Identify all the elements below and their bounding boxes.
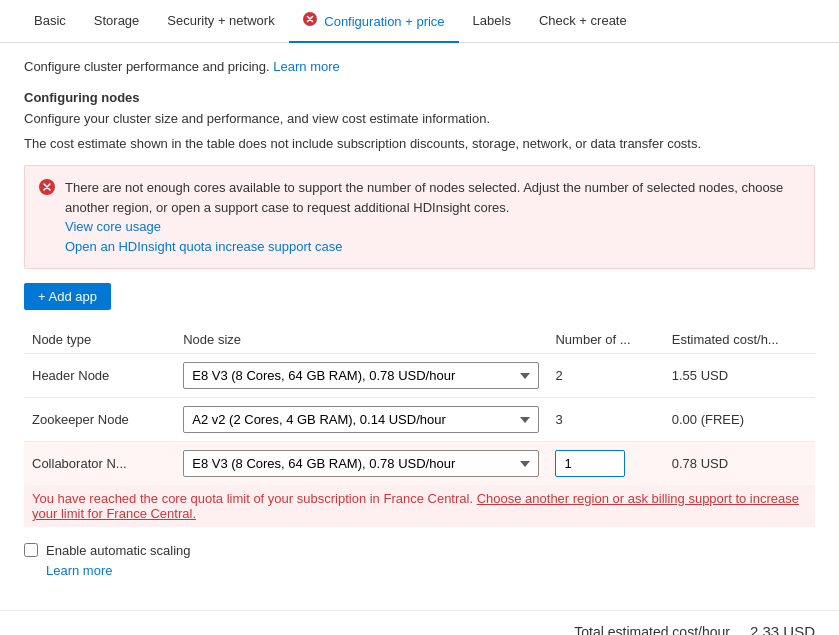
total-cost-value: 2.33 USD bbox=[750, 623, 815, 635]
error-banner-icon bbox=[39, 179, 55, 198]
node-cost-cell: 0.00 (FREE) bbox=[664, 398, 815, 442]
col-header-cost: Estimated cost/h... bbox=[664, 326, 815, 354]
node-size-cell: E8 V3 (8 Cores, 64 GB RAM), 0.78 USD/hou… bbox=[175, 442, 547, 486]
node-type-cell: Header Node bbox=[24, 354, 175, 398]
node-cost-cell: 1.55 USD bbox=[664, 354, 815, 398]
footer: Total estimated cost/hour 2.33 USD bbox=[0, 610, 839, 635]
section-desc2: The cost estimate shown in the table doe… bbox=[24, 136, 815, 151]
node-number-cell: 3 bbox=[547, 398, 663, 442]
learn-more-link[interactable]: Learn more bbox=[273, 59, 339, 74]
auto-scaling-row: Enable automatic scaling Learn more bbox=[24, 541, 815, 580]
hdinsight-quota-link[interactable]: Open an HDInsight quota increase support… bbox=[65, 237, 800, 257]
add-app-button[interactable]: + Add app bbox=[24, 283, 111, 310]
header-node-size-select[interactable]: E8 V3 (8 Cores, 64 GB RAM), 0.78 USD/hou… bbox=[183, 362, 539, 389]
col-header-nodetype: Node type bbox=[24, 326, 175, 354]
node-type-cell: Collaborator N... bbox=[24, 442, 175, 486]
tab-navigation: Basic Storage Security + network Configu… bbox=[0, 0, 839, 43]
node-type-cell: Zookeeper Node bbox=[24, 398, 175, 442]
error-banner-body: There are not enough cores available to … bbox=[65, 178, 800, 256]
tab-check-create[interactable]: Check + create bbox=[525, 1, 641, 42]
node-size-cell: A2 v2 (2 Cores, 4 GB RAM), 0.14 USD/hour bbox=[175, 398, 547, 442]
zookeeper-node-size-select[interactable]: A2 v2 (2 Cores, 4 GB RAM), 0.14 USD/hour bbox=[183, 406, 539, 433]
node-cost-cell: 0.78 USD bbox=[664, 442, 815, 486]
tab-storage[interactable]: Storage bbox=[80, 1, 154, 42]
collaborator-number-input[interactable] bbox=[555, 450, 625, 477]
section-desc1: Configure your cluster size and performa… bbox=[24, 111, 815, 126]
main-content: Configure cluster performance and pricin… bbox=[0, 43, 839, 610]
col-header-number: Number of ... bbox=[547, 326, 663, 354]
tab-configuration-price-label: Configuration + price bbox=[324, 14, 444, 29]
table-row: Header Node E8 V3 (8 Cores, 64 GB RAM), … bbox=[24, 354, 815, 398]
tab-basic[interactable]: Basic bbox=[20, 1, 80, 42]
node-table: Node type Node size Number of ... Estima… bbox=[24, 326, 815, 485]
tab-labels[interactable]: Labels bbox=[459, 1, 525, 42]
tab-security-network[interactable]: Security + network bbox=[153, 1, 288, 42]
auto-scaling-learn-more[interactable]: Learn more bbox=[46, 563, 112, 578]
total-cost-label: Total estimated cost/hour bbox=[574, 624, 730, 636]
table-row: Collaborator N... E8 V3 (8 Cores, 64 GB … bbox=[24, 442, 815, 486]
col-header-nodesize: Node size bbox=[175, 326, 547, 354]
section-title: Configuring nodes bbox=[24, 90, 815, 105]
collaborator-node-size-select[interactable]: E8 V3 (8 Cores, 64 GB RAM), 0.78 USD/hou… bbox=[183, 450, 539, 477]
tab-configuration-price[interactable]: Configuration + price bbox=[289, 0, 459, 43]
node-number-cell bbox=[547, 442, 663, 486]
tab-error-icon bbox=[303, 12, 317, 26]
quota-error-message: You have reached the core quota limit of… bbox=[24, 485, 815, 527]
intro-text: Configure cluster performance and pricin… bbox=[24, 59, 815, 74]
table-row: Zookeeper Node A2 v2 (2 Cores, 4 GB RAM)… bbox=[24, 398, 815, 442]
auto-scaling-label: Enable automatic scaling Learn more bbox=[46, 541, 191, 580]
node-number-cell: 2 bbox=[547, 354, 663, 398]
error-banner: There are not enough cores available to … bbox=[24, 165, 815, 269]
node-size-cell: E8 V3 (8 Cores, 64 GB RAM), 0.78 USD/hou… bbox=[175, 354, 547, 398]
auto-scaling-checkbox[interactable] bbox=[24, 543, 38, 557]
view-core-usage-link[interactable]: View core usage bbox=[65, 217, 800, 237]
